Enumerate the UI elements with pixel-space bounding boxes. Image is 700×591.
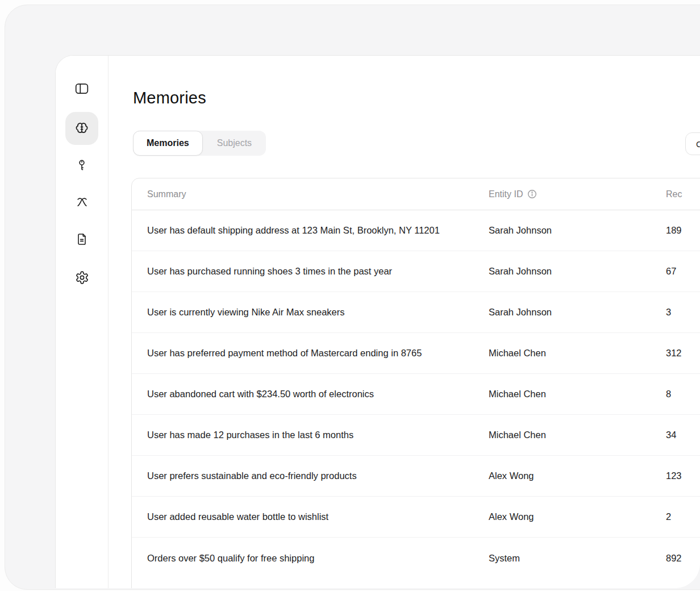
memory-entity: Sarah Johnson xyxy=(489,307,666,318)
memory-summary: Orders over $50 qualify for free shippin… xyxy=(132,553,489,564)
sidebar-item-connections[interactable] xyxy=(65,186,98,219)
memory-entity: Michael Chen xyxy=(489,430,666,440)
table-row[interactable]: User has purchased running shoes 3 times… xyxy=(132,251,700,292)
memory-rec-count: 34 xyxy=(666,430,700,440)
memory-entity: Alex Wong xyxy=(489,471,666,481)
table-row[interactable]: User has preferred payment method of Mas… xyxy=(132,333,700,374)
app-panel: Memories Memories Subjects C Summary Ent… xyxy=(55,55,700,588)
table-row[interactable]: User has default shipping address at 123… xyxy=(132,210,700,251)
column-header-entity-id: Entity ID xyxy=(489,189,666,199)
memory-rec-count: 2 xyxy=(666,511,700,522)
memory-entity: Sarah Johnson xyxy=(489,266,666,277)
column-header-summary: Summary xyxy=(132,189,489,199)
memory-entity: Michael Chen xyxy=(489,348,666,359)
memory-summary: User added reusable water bottle to wish… xyxy=(132,511,489,522)
table-row[interactable]: User abandoned cart with $234.50 worth o… xyxy=(132,374,700,415)
document-icon xyxy=(75,232,89,246)
table-row[interactable]: User added reusable water bottle to wish… xyxy=(132,497,700,538)
memory-entity: Michael Chen xyxy=(489,389,666,399)
tab-memories[interactable]: Memories xyxy=(133,131,203,156)
memory-rec-count: 892 xyxy=(666,553,700,564)
table-row[interactable]: User is currently viewing Nike Air Max s… xyxy=(132,292,700,333)
memory-entity: System xyxy=(489,553,666,564)
table-row[interactable]: Orders over $50 qualify for free shippin… xyxy=(132,538,700,578)
memory-rec-count: 189 xyxy=(666,225,700,236)
memory-summary: User is currently viewing Nike Air Max s… xyxy=(132,307,489,318)
memory-summary: User abandoned cart with $234.50 worth o… xyxy=(132,389,489,399)
column-header-rec: Rec xyxy=(666,189,700,199)
sidebar-toggle-button[interactable] xyxy=(65,72,98,105)
main-content: Memories Memories Subjects C Summary Ent… xyxy=(109,56,700,588)
create-button-partial[interactable]: C xyxy=(685,132,700,155)
memory-summary: User prefers sustainable and eco-friendl… xyxy=(132,471,489,481)
memory-rec-count: 123 xyxy=(666,471,700,481)
key-icon xyxy=(75,159,89,172)
tab-subjects[interactable]: Subjects xyxy=(203,131,266,156)
memory-rec-count: 312 xyxy=(666,348,700,359)
page-title: Memories xyxy=(133,89,206,107)
sidebar-item-settings[interactable] xyxy=(65,261,98,294)
sidebar-item-keys[interactable] xyxy=(65,149,98,182)
table-row[interactable]: User prefers sustainable and eco-friendl… xyxy=(132,456,700,497)
memories-table: Summary Entity ID Rec User has default s… xyxy=(131,178,700,588)
memory-summary: User has default shipping address at 123… xyxy=(132,225,489,236)
tab-switcher: Memories Subjects xyxy=(133,131,266,156)
memory-entity: Sarah Johnson xyxy=(489,225,666,236)
sidebar-item-documents[interactable] xyxy=(65,223,98,256)
brain-icon xyxy=(74,121,89,136)
memory-summary: User has preferred payment method of Mas… xyxy=(132,348,489,359)
memory-entity: Alex Wong xyxy=(489,511,666,522)
panel-left-icon xyxy=(74,81,89,96)
sidebar-item-memories[interactable] xyxy=(65,112,98,145)
settings-gear-icon xyxy=(75,270,89,285)
memory-rec-count: 3 xyxy=(666,307,700,318)
memory-rec-count: 8 xyxy=(666,389,700,399)
shuffle-x-icon xyxy=(75,195,89,210)
memory-rec-count: 67 xyxy=(666,266,700,277)
memory-summary: User has made 12 purchases in the last 6… xyxy=(132,430,489,440)
memory-summary: User has purchased running shoes 3 times… xyxy=(132,266,489,277)
sidebar xyxy=(56,56,109,588)
table-row[interactable]: User has made 12 purchases in the last 6… xyxy=(132,415,700,456)
entity-id-info-icon[interactable] xyxy=(527,189,537,199)
table-header-row: Summary Entity ID Rec xyxy=(132,178,700,210)
